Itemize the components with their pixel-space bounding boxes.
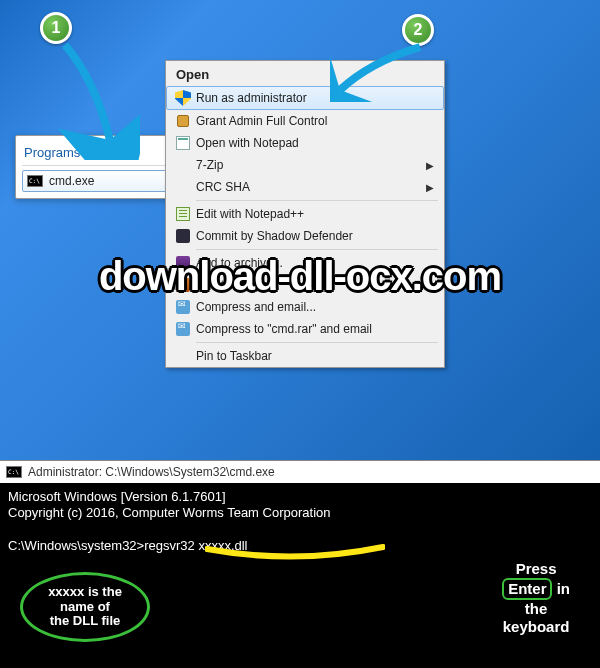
cmd-title-text: Administrator: C:\Windows\System32\cmd.e… <box>28 465 275 479</box>
cmd-blank <box>8 522 592 538</box>
hint-line: xxxxx is the <box>29 585 141 600</box>
menu-compress-email[interactable]: Compress and email... <box>166 296 444 318</box>
separator <box>196 249 438 250</box>
menu-pin-taskbar[interactable]: Pin to Taskbar <box>166 345 444 367</box>
archive-add-icon <box>176 278 190 292</box>
hint-keyboard: keyboard <box>502 618 570 636</box>
dll-name-hint-oval: xxxxx is the name of the DLL file <box>20 572 150 642</box>
cmd-prompt-line: C:\Windows\system32>regsvr32 xxxxx.dll <box>8 538 592 554</box>
menu-label: Add to "cmd.rar" <box>196 278 283 292</box>
arrow-2 <box>330 42 440 102</box>
hint-line: the DLL file <box>29 614 141 629</box>
hint-line: name of <box>29 600 141 615</box>
menu-add-archive[interactable]: Add to archive... <box>166 252 444 274</box>
menu-label: Pin to Taskbar <box>196 349 272 363</box>
menu-label: Run as administrator <box>196 91 307 105</box>
menu-label: Commit by Shadow Defender <box>196 229 353 243</box>
archive-email-icon <box>176 322 190 336</box>
cmd-line-2: Copyright (c) 2016, Computer Worms Team … <box>8 505 592 521</box>
menu-7zip[interactable]: 7-Zip ▶ <box>166 154 444 176</box>
press-enter-hint: Press Enter in the keyboard <box>502 560 570 636</box>
hint-in: in <box>557 580 570 597</box>
menu-label: CRC SHA <box>196 180 250 194</box>
cmd-title-bar: Administrator: C:\Windows\System32\cmd.e… <box>0 460 600 483</box>
cmd-icon <box>27 175 43 187</box>
shadow-defender-icon <box>176 229 190 243</box>
menu-label: Open with Notepad <box>196 136 299 150</box>
menu-add-cmdrar[interactable]: Add to "cmd.rar" <box>166 274 444 296</box>
shield-icon <box>175 90 191 106</box>
menu-open-notepad[interactable]: Open with Notepad <box>166 132 444 154</box>
separator <box>196 200 438 201</box>
archive-icon <box>176 256 190 270</box>
submenu-arrow-icon: ▶ <box>426 160 434 171</box>
hint-press: Press <box>502 560 570 578</box>
cmd-body[interactable]: Microsoft Windows [Version 6.1.7601] Cop… <box>0 483 600 560</box>
menu-label: 7-Zip <box>196 158 223 172</box>
separator <box>196 342 438 343</box>
menu-label: Add to archive... <box>196 256 283 270</box>
cmd-icon <box>6 466 22 478</box>
menu-crc-sha[interactable]: CRC SHA ▶ <box>166 176 444 198</box>
menu-label: Compress to "cmd.rar" and email <box>196 322 372 336</box>
menu-label: Edit with Notepad++ <box>196 207 304 221</box>
context-menu: Open Run as administrator Grant Admin Fu… <box>165 60 445 368</box>
arrow-1 <box>50 40 140 160</box>
submenu-arrow-icon: ▶ <box>426 182 434 193</box>
program-label: cmd.exe <box>49 174 94 188</box>
enter-key-box: Enter <box>502 578 552 600</box>
hint-the: the <box>502 600 570 618</box>
archive-email-icon <box>176 300 190 314</box>
menu-edit-npp[interactable]: Edit with Notepad++ <box>166 203 444 225</box>
notepadpp-icon <box>176 207 190 221</box>
menu-compress-cmdrar-email[interactable]: Compress to "cmd.rar" and email <box>166 318 444 340</box>
notepad-icon <box>176 136 190 150</box>
cmd-line-1: Microsoft Windows [Version 6.1.7601] <box>8 489 592 505</box>
menu-grant-admin[interactable]: Grant Admin Full Control <box>166 110 444 132</box>
menu-label: Grant Admin Full Control <box>196 114 327 128</box>
lock-icon <box>177 115 189 127</box>
menu-label: Compress and email... <box>196 300 316 314</box>
menu-commit-shadow[interactable]: Commit by Shadow Defender <box>166 225 444 247</box>
